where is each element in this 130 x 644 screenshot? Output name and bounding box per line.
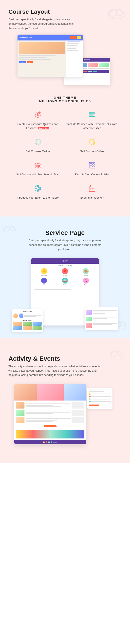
event-row-lines (26, 412, 71, 414)
svg-rect-7 (90, 114, 94, 115)
line (93, 324, 112, 325)
service-icon-circle: 💃 (83, 278, 89, 284)
event-row-img-2 (16, 410, 25, 416)
secondary-items (86, 310, 117, 328)
service-icon-item: ☀️ Sun Science (34, 268, 54, 276)
event-img-2 (37, 384, 64, 400)
cloud-decoration-service-left (2, 223, 17, 234)
course-layout-desc: Designed specifically for kindergarten, … (9, 17, 76, 30)
sidebar-item (89, 393, 111, 395)
one-theme-line2: MILLIONS OF POSIBILITIES (9, 99, 121, 103)
secondary-row (86, 316, 117, 321)
one-theme-line1: ONE THEME (9, 96, 121, 99)
service-icon-label: Dance (84, 284, 87, 286)
footer-dot-yellow (43, 442, 45, 443)
sidebar-bar (89, 390, 111, 390)
event-img-1 (14, 384, 37, 400)
event-side-img (72, 402, 84, 408)
svg-rect-33 (92, 190, 93, 190)
svg-point-20 (36, 186, 40, 190)
event-line (26, 412, 71, 412)
team-info-bar (24, 316, 36, 316)
service-icon-label: Fun Play (63, 275, 67, 276)
sidebar-bar (89, 391, 104, 392)
line (93, 318, 107, 319)
svg-rect-16 (93, 164, 94, 165)
feature-introduce-event-label: Introduce your Event to the Plublic (17, 196, 59, 200)
service-mockup-bars (31, 287, 99, 291)
svg-rect-26 (89, 186, 95, 187)
feature-include-courses: Include Courses with External Links from… (67, 109, 117, 130)
service-icon-label: Art Class (84, 275, 88, 276)
activity-events-section: Activity & Events The activity and event… (0, 338, 130, 463)
secondary-lines (93, 323, 117, 328)
service-icon-circle: 🎨 (83, 268, 89, 274)
footer-dot-red (46, 442, 47, 443)
service-secondary-inner (85, 307, 118, 330)
svg-rect-18 (93, 166, 94, 167)
event-line (26, 404, 71, 404)
event-row-lines (26, 418, 71, 422)
feature-sell-online: Sell Courses Online (13, 136, 63, 153)
line (93, 310, 117, 311)
footer-dot-teal (51, 442, 52, 443)
sidebar-text (91, 399, 111, 400)
footer-bar (53, 442, 57, 443)
event-row-1 (16, 402, 84, 408)
feature-membership-label: Sell Courses with Membership Plan (16, 173, 59, 176)
event-mockup-wrapper (9, 384, 121, 444)
svg-point-3 (37, 114, 38, 115)
activity-img-2 (23, 322, 32, 326)
sidebar-item (89, 398, 111, 400)
event-side-img (72, 417, 84, 423)
event-line (26, 413, 53, 414)
team-avatar-1 (13, 314, 18, 318)
activities-grid (13, 322, 42, 330)
event-footer (14, 440, 86, 444)
sell-online-icon (32, 136, 44, 148)
activity-img-1 (13, 322, 22, 326)
sidebar-cta-btn[interactable] (89, 404, 99, 406)
feature-introduce-event: Introduce your Event to the Plublic (13, 183, 63, 200)
course-layout-title: Course Layout (9, 8, 121, 15)
service-icon-circle: ☀️ (41, 268, 47, 274)
event-cta-btn[interactable] (44, 425, 57, 427)
svg-point-42 (117, 351, 123, 356)
sidebar-dot (89, 393, 90, 395)
one-theme-banner: ONE THEME MILLIONS OF POSIBILITIES (9, 92, 121, 109)
course-mockup-main: Learner Martial Class $25 BUY (18, 34, 83, 77)
event-line (26, 421, 53, 422)
team-members-row (13, 314, 42, 318)
cloud-decoration-activity-right (109, 346, 126, 360)
sidebar-items (89, 393, 111, 402)
secondary-row (86, 323, 117, 328)
bar (34, 288, 83, 288)
event-line (26, 420, 57, 420)
sidebar-text (91, 396, 111, 397)
sell-offline-icon (86, 136, 98, 148)
service-mockup-secondary (85, 307, 118, 330)
event-kids-bar (16, 430, 84, 438)
svg-rect-31 (93, 188, 94, 189)
course-layout-section: Course Layout Designed specifically for … (0, 0, 130, 216)
drag-drop-icon (86, 160, 98, 171)
line (93, 312, 110, 312)
activity-img-3 (33, 322, 42, 326)
footer-dot-green (48, 442, 50, 443)
event-row-lines (26, 404, 71, 407)
team-info-bar (24, 315, 42, 316)
secondary-lines (93, 316, 117, 321)
feature-sell-offline-label: Sell Courses Offline (80, 150, 104, 153)
line (93, 323, 117, 324)
coming-soon-badge: Coming Soon (38, 127, 49, 130)
event-row-img-1 (16, 402, 25, 408)
introduce-event-icon (32, 183, 44, 194)
event-mockup-main (14, 384, 86, 444)
service-icon-label: Sun Science (41, 275, 47, 276)
event-row-3 (16, 417, 84, 423)
secondary-bar-purple (86, 308, 117, 309)
sidebar-text (91, 401, 111, 402)
line (93, 313, 105, 314)
activity-events-title: Activity & Events (9, 355, 121, 362)
sidebar-item (89, 401, 111, 402)
